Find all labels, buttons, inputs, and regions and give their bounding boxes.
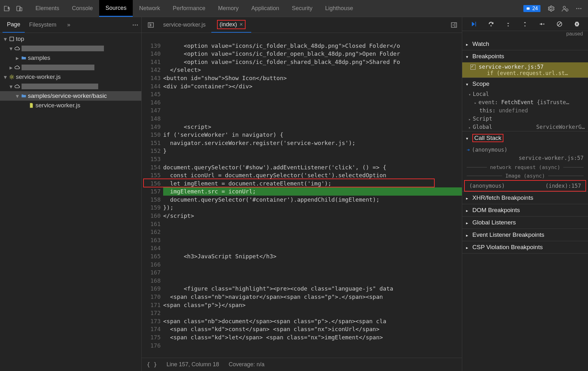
svg-point-6	[578, 8, 579, 9]
callstack-frame-2[interactable]: (anonymous)(index):157	[464, 180, 586, 192]
tab-application[interactable]: Application	[245, 0, 285, 17]
tab-elements[interactable]: Elements	[29, 0, 66, 17]
account-icon[interactable]	[561, 5, 568, 12]
toggle-navigator-icon[interactable]	[144, 22, 157, 28]
sidebar-tab-filesystem[interactable]: Filesystem	[25, 17, 61, 33]
toggle-debugger-icon[interactable]	[446, 22, 462, 28]
svg-rect-2	[527, 7, 530, 9]
tree-frame-2[interactable]: ▸	[0, 63, 141, 72]
svg-point-9	[135, 24, 136, 26]
svg-rect-22	[576, 23, 577, 25]
csp-bp-section[interactable]: CSP Violation Breakpoints	[462, 241, 588, 253]
file-tab-sw[interactable]: service-worker.js	[157, 17, 211, 33]
tree-path-label: samples/service-worker/basic	[28, 92, 107, 99]
device-toggle-icon[interactable]	[16, 5, 23, 12]
tree-top[interactable]: ▾top	[0, 34, 141, 44]
svg-point-3	[563, 6, 566, 8]
tab-lighthouse[interactable]: Lighthouse	[319, 0, 359, 17]
redacted-origin-2	[22, 65, 94, 70]
sidebar-more-icon[interactable]	[132, 22, 139, 28]
scope-this: this: undefined	[462, 106, 588, 115]
file-tab-index[interactable]: (index)×	[211, 17, 251, 33]
step-over-icon[interactable]	[488, 21, 495, 28]
deactivate-bp-icon[interactable]	[556, 21, 563, 28]
breakpoint-item[interactable]: service-worker.js:57 if (event.request.u…	[462, 62, 588, 78]
cursor-position: Line 157, Column 18	[167, 361, 219, 368]
more-menu-icon[interactable]	[575, 5, 582, 12]
svg-point-5	[576, 8, 578, 9]
tree-sw-file[interactable]: service-worker.js	[0, 101, 141, 110]
debugger-controls	[462, 17, 588, 31]
tree-sw-frame[interactable]: ▾	[0, 82, 141, 91]
close-tab-icon[interactable]: ×	[240, 21, 243, 28]
redacted-origin-3	[22, 84, 98, 89]
tab-network[interactable]: Network	[133, 0, 166, 17]
toolbar-right: 24	[523, 5, 588, 12]
svg-point-10	[137, 24, 138, 26]
svg-point-17	[508, 25, 508, 26]
tree-samples-label: samples	[28, 54, 50, 61]
event-listener-bp-section[interactable]: Event Listener Breakpoints	[462, 229, 588, 241]
svg-point-12	[11, 76, 13, 78]
devtools-main-tabs: Elements Console Sources Network Perform…	[0, 0, 588, 17]
tree-sw-root[interactable]: ▾service-worker.js	[0, 72, 141, 82]
debugger-pane: paused Watch Breakpoints service-worker.…	[462, 17, 588, 371]
scope-script[interactable]: Script	[462, 115, 588, 123]
svg-point-8	[133, 24, 134, 26]
svg-point-19	[543, 23, 544, 25]
scope-event[interactable]: event: FetchEvent {isTruste…	[462, 98, 588, 106]
svg-point-16	[490, 25, 492, 26]
statusbar: { } Line 157, Column 18 Coverage: n/a	[142, 358, 462, 371]
tab-console[interactable]: Console	[66, 0, 99, 17]
settings-gear-icon[interactable]	[547, 5, 554, 12]
tree-sw-path[interactable]: ▾samples/service-worker/basic	[0, 91, 141, 101]
code-body[interactable]: <option value="icons/ic_folder_black_48d…	[163, 33, 462, 358]
svg-rect-23	[577, 23, 577, 25]
sources-sidebar: Page Filesystem » ▾top ▾ ▸samples ▸ ▾ser…	[0, 17, 142, 371]
tab-sources[interactable]: Sources	[99, 0, 133, 17]
callstack-async-net: network request (async)	[462, 163, 588, 172]
prettyprint-icon[interactable]: { }	[147, 361, 157, 368]
watch-section[interactable]: Watch	[462, 38, 588, 50]
tree-file-label: service-worker.js	[35, 102, 80, 109]
step-into-icon[interactable]	[505, 21, 511, 28]
issues-count: 24	[532, 6, 538, 11]
issues-badge[interactable]: 24	[523, 5, 540, 12]
svg-marker-21	[574, 22, 579, 26]
file-tree: ▾top ▾ ▸samples ▸ ▾service-worker.js ▾ ▾…	[0, 33, 141, 371]
select-element-icon[interactable]	[3, 5, 10, 12]
dom-bp-section[interactable]: DOM Breakpoints	[462, 204, 588, 216]
tab-memory[interactable]: Memory	[212, 0, 245, 17]
breakpoint-label: service-worker.js:57	[479, 64, 544, 70]
code-area[interactable]: 138 139 140 141 142 143 144 145 146 147 …	[142, 33, 462, 358]
editor-pane: service-worker.js (index)× 138 139 140 1…	[142, 17, 462, 371]
breakpoint-checkbox[interactable]	[470, 65, 476, 70]
callstack-section[interactable]: Call Stack	[462, 131, 588, 145]
tree-frame-1[interactable]: ▾	[0, 44, 141, 53]
sidebar-tab-more[interactable]: »	[63, 17, 75, 33]
callstack-frame-1[interactable]: ➔(anonymous)	[462, 145, 588, 155]
execution-line: imgElement.src = iconUrl;	[163, 187, 462, 196]
global-listeners-section[interactable]: Global Listeners	[462, 217, 588, 229]
xhr-bp-section[interactable]: XHR/fetch Breakpoints	[462, 192, 588, 204]
breakpoints-section[interactable]: Breakpoints	[462, 50, 588, 62]
file-tab-index-label: (index)	[220, 21, 237, 28]
tab-performance[interactable]: Performance	[166, 0, 212, 17]
file-tabs: service-worker.js (index)×	[142, 17, 462, 33]
tree-top-label: top	[16, 35, 24, 42]
scope-section[interactable]: Scope	[462, 78, 588, 90]
pause-exceptions-icon[interactable]	[573, 21, 580, 28]
tab-security[interactable]: Security	[285, 0, 319, 17]
sidebar-tab-page[interactable]: Page	[3, 17, 25, 33]
scope-local[interactable]: Local	[462, 90, 588, 98]
coverage-info: Coverage: n/a	[229, 361, 265, 368]
paused-status: paused	[462, 31, 588, 38]
tree-sw-label: service-worker.js	[16, 73, 61, 80]
step-out-icon[interactable]	[522, 21, 528, 28]
step-icon[interactable]	[539, 21, 546, 28]
svg-point-18	[524, 25, 525, 26]
tree-samples[interactable]: ▸samples	[0, 53, 141, 63]
callstack-async-img: Image (async)	[462, 172, 588, 180]
scope-global[interactable]: GlobalServiceWorkerG…	[462, 123, 588, 131]
resume-icon[interactable]	[470, 21, 477, 28]
